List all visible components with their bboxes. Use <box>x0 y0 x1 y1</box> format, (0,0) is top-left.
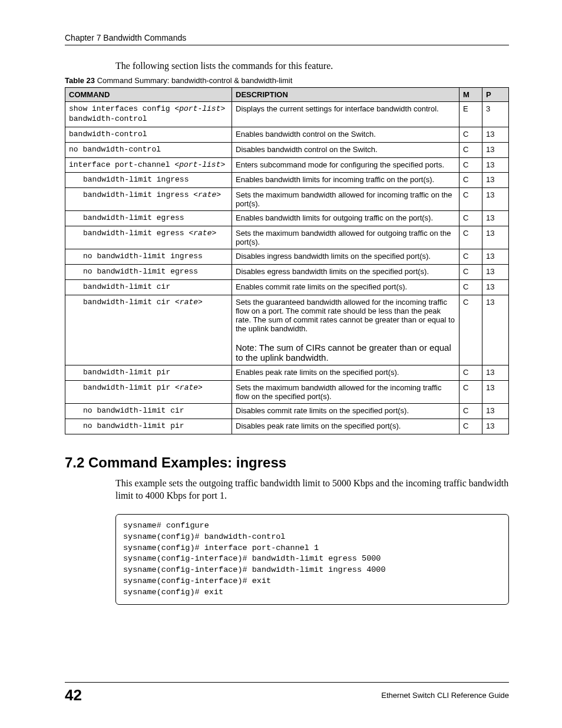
command-cell: bandwidth-limit pir <box>65 365 232 380</box>
description-cell: Disables ingress bandwidth limits on the… <box>232 249 459 265</box>
command-cell: no bandwidth-limit cir <box>65 403 232 419</box>
description-cell: Sets the maximum bandwidth allowed for t… <box>232 380 459 403</box>
section-heading: 7.2 Command Examples: ingress <box>65 454 509 471</box>
m-cell: C <box>459 295 482 365</box>
m-cell: C <box>459 157 482 173</box>
table-caption-text: Command Summary: bandwidth-control & ban… <box>95 76 292 85</box>
command-cell: bandwidth-limit egress <rate> <box>65 226 232 249</box>
m-cell: C <box>459 249 482 265</box>
table-caption-number: Table 23 <box>65 76 95 85</box>
command-cell: no bandwidth-limit ingress <box>65 249 232 265</box>
table-row: no bandwidth-limit ingressDisables ingre… <box>65 249 509 265</box>
m-cell: C <box>459 280 482 295</box>
col-header-m: M <box>459 88 482 102</box>
table-row: no bandwidth-limit pirDisables peak rate… <box>65 419 509 434</box>
description-cell: Sets the maximum bandwidth allowed for i… <box>232 188 459 211</box>
description-cell: Disables peak rate limits on the specifi… <box>232 419 459 434</box>
m-cell: C <box>459 226 482 249</box>
m-cell: C <box>459 127 482 142</box>
m-cell: C <box>459 142 482 157</box>
table-row: no bandwidth-controlDisables bandwidth c… <box>65 142 509 157</box>
description-cell: Disables egress bandwidth limits on the … <box>232 265 459 280</box>
code-example: sysname# configure sysname(config)# band… <box>115 514 509 605</box>
p-cell: 13 <box>482 157 509 173</box>
p-cell: 13 <box>482 226 509 249</box>
description-cell: Enables bandwidth limits for incoming tr… <box>232 173 459 188</box>
m-cell: C <box>459 403 482 419</box>
description-cell: Enables bandwidth limits for outgoing tr… <box>232 211 459 226</box>
p-cell: 13 <box>482 419 509 434</box>
description-cell: Enables bandwidth control on the Switch. <box>232 127 459 142</box>
table-row: bandwidth-limit ingressEnables bandwidth… <box>65 173 509 188</box>
m-cell: C <box>459 265 482 280</box>
table-row: bandwidth-limit cirEnables commit rate l… <box>65 280 509 295</box>
m-cell: C <box>459 419 482 434</box>
table-row: bandwidth-limit pir <rate>Sets the maxim… <box>65 380 509 403</box>
p-cell: 3 <box>482 102 509 127</box>
p-cell: 13 <box>482 142 509 157</box>
p-cell: 13 <box>482 403 509 419</box>
description-cell: Sets the guaranteed bandwidth allowed fo… <box>232 295 459 365</box>
description-cell: Sets the maximum bandwidth allowed for o… <box>232 226 459 249</box>
m-cell: C <box>459 188 482 211</box>
command-cell: bandwidth-limit cir <rate> <box>65 295 232 365</box>
col-header-p: P <box>482 88 509 102</box>
m-cell: E <box>459 102 482 127</box>
page-footer: 42 Ethernet Switch CLI Reference Guide <box>65 682 509 704</box>
p-cell: 13 <box>482 365 509 380</box>
footer-title: Ethernet Switch CLI Reference Guide <box>381 691 509 700</box>
p-cell: 13 <box>482 249 509 265</box>
table-row: bandwidth-limit ingress <rate>Sets the m… <box>65 188 509 211</box>
description-cell: Enables peak rate limits on the specifie… <box>232 365 459 380</box>
intro-text: The following section lists the commands… <box>115 61 509 71</box>
m-cell: C <box>459 211 482 226</box>
p-cell: 13 <box>482 380 509 403</box>
description-cell: Enters subcommand mode for configuring t… <box>232 157 459 173</box>
m-cell: C <box>459 173 482 188</box>
command-cell: bandwidth-control <box>65 127 232 142</box>
p-cell: 13 <box>482 295 509 365</box>
command-cell: bandwidth-limit ingress <box>65 173 232 188</box>
command-cell: interface port-channel <port-list> <box>65 157 232 173</box>
p-cell: 13 <box>482 127 509 142</box>
command-cell: bandwidth-limit ingress <rate> <box>65 188 232 211</box>
footer-rule <box>65 682 509 683</box>
command-cell: no bandwidth-limit pir <box>65 419 232 434</box>
table-caption: Table 23 Command Summary: bandwidth-cont… <box>65 76 509 85</box>
col-header-description: DESCRIPTION <box>232 88 459 102</box>
command-cell: bandwidth-limit pir <rate> <box>65 380 232 403</box>
table-row: bandwidth-controlEnables bandwidth contr… <box>65 127 509 142</box>
command-summary-table: COMMAND DESCRIPTION M P show interfaces … <box>65 87 509 434</box>
p-cell: 13 <box>482 188 509 211</box>
p-cell: 13 <box>482 280 509 295</box>
command-cell: bandwidth-limit egress <box>65 211 232 226</box>
table-header-row: COMMAND DESCRIPTION M P <box>65 88 509 102</box>
page-number: 42 <box>65 686 82 704</box>
table-row: bandwidth-limit cir <rate>Sets the guara… <box>65 295 509 365</box>
p-cell: 13 <box>482 265 509 280</box>
section-body: This example sets the outgoing traffic b… <box>115 477 509 502</box>
table-row: no bandwidth-limit egressDisables egress… <box>65 265 509 280</box>
description-cell: Disables commit rate limits on the speci… <box>232 403 459 419</box>
table-row: bandwidth-limit pirEnables peak rate lim… <box>65 365 509 380</box>
table-row: bandwidth-limit egress <rate>Sets the ma… <box>65 226 509 249</box>
chapter-header: Chapter 7 Bandwidth Commands <box>65 33 509 42</box>
command-cell: no bandwidth-control <box>65 142 232 157</box>
command-cell: no bandwidth-limit egress <box>65 265 232 280</box>
description-cell: Displays the current settings for interf… <box>232 102 459 127</box>
table-row: interface port-channel <port-list>Enters… <box>65 157 509 173</box>
p-cell: 13 <box>482 211 509 226</box>
m-cell: C <box>459 380 482 403</box>
col-header-command: COMMAND <box>65 88 232 102</box>
table-row: show interfaces config <port-list> bandw… <box>65 102 509 127</box>
description-cell: Disables bandwidth control on the Switch… <box>232 142 459 157</box>
table-row: no bandwidth-limit cirDisables commit ra… <box>65 403 509 419</box>
header-rule <box>65 45 509 45</box>
table-row: bandwidth-limit egressEnables bandwidth … <box>65 211 509 226</box>
description-cell: Enables commit rate limits on the specif… <box>232 280 459 295</box>
p-cell: 13 <box>482 173 509 188</box>
command-cell: bandwidth-limit cir <box>65 280 232 295</box>
m-cell: C <box>459 365 482 380</box>
command-cell: show interfaces config <port-list> bandw… <box>65 102 232 127</box>
